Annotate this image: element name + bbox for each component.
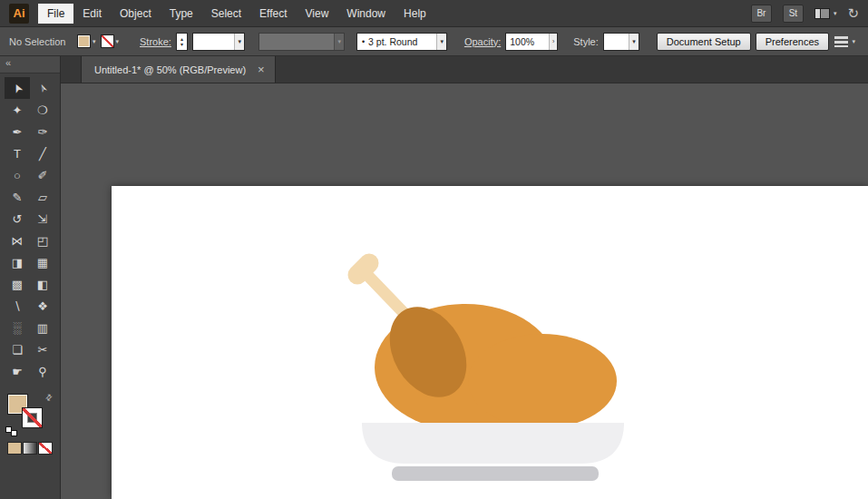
- sync-settings-icon[interactable]: ↻: [847, 5, 859, 22]
- menu-item-select[interactable]: Select: [202, 4, 250, 24]
- style-combo[interactable]: ▾: [603, 33, 639, 51]
- stepper-down-icon[interactable]: ▾: [180, 42, 183, 47]
- none-mode-button[interactable]: [38, 442, 53, 455]
- scale-tool[interactable]: ⇲: [30, 208, 55, 230]
- zoom-tool-icon: ⚲: [38, 365, 47, 378]
- menu-item-object[interactable]: Object: [111, 4, 161, 24]
- line-segment-tool[interactable]: ╱: [30, 142, 55, 164]
- gradient-mode-button[interactable]: [23, 442, 37, 455]
- artboard[interactable]: [112, 186, 868, 499]
- workspace-switcher[interactable]: ▾: [814, 8, 837, 19]
- symbol-sprayer-tool[interactable]: ░: [5, 317, 30, 338]
- chevron-down-icon: ▾: [116, 38, 120, 44]
- width-tool-icon: ⋈: [12, 234, 24, 248]
- pen-tool-icon: ✒: [13, 125, 23, 139]
- artboard-tool-icon: ❏: [12, 343, 23, 357]
- panel-dock-control[interactable]: ▾: [834, 36, 859, 47]
- align-panel-icon: [834, 36, 848, 47]
- pen-tool[interactable]: ✒: [5, 121, 30, 142]
- menu-item-view[interactable]: View: [297, 4, 338, 24]
- menu-item-type[interactable]: Type: [161, 4, 202, 24]
- menu-item-file[interactable]: File: [38, 4, 73, 24]
- paintbrush-tool[interactable]: ✐: [30, 164, 55, 186]
- column-graph-tool-icon: ▥: [37, 321, 48, 335]
- plate[interactable]: [362, 423, 624, 464]
- document-tab[interactable]: Untitled-1* @ 50% (RGB/Preview) ×: [81, 56, 276, 83]
- opacity-label[interactable]: Opacity:: [464, 36, 501, 47]
- brush-definition-combo[interactable]: • 3 pt. Round ▾: [356, 33, 447, 51]
- close-icon[interactable]: ×: [258, 64, 265, 75]
- turkey-breast[interactable]: [468, 334, 617, 428]
- curvature-tool[interactable]: ✑: [30, 121, 55, 142]
- line-segment-tool-icon: ╱: [39, 147, 46, 161]
- free-transform-tool[interactable]: ◰: [30, 230, 55, 251]
- magic-wand-tool[interactable]: ✦: [5, 99, 30, 121]
- swap-fill-stroke-icon[interactable]: ⇄: [44, 392, 54, 403]
- turkey-illustration[interactable]: [112, 186, 868, 499]
- bridge-button[interactable]: Br: [751, 5, 772, 23]
- selection-tool[interactable]: ➤: [5, 77, 30, 99]
- brush-definition-value: 3 pt. Round: [365, 36, 436, 47]
- slice-tool-icon: ✂: [38, 343, 48, 357]
- lasso-tool[interactable]: ❍: [30, 99, 55, 121]
- eyedropper-tool[interactable]: ∖: [5, 295, 30, 317]
- width-tool[interactable]: ⋈: [5, 230, 30, 251]
- illustrator-logo-text: Ai: [14, 6, 25, 20]
- gradient-tool[interactable]: ◧: [30, 273, 55, 295]
- default-stroke-mini: [11, 430, 17, 436]
- stroke-color-box[interactable]: [22, 407, 43, 428]
- opacity-combo[interactable]: 100% ›: [505, 33, 558, 51]
- menu-item-window[interactable]: Window: [337, 4, 395, 24]
- menu-item-edit[interactable]: Edit: [73, 4, 111, 24]
- fill-color-control[interactable]: ▾: [77, 34, 96, 48]
- stroke-weight-combo[interactable]: ▾: [192, 33, 245, 51]
- zoom-tool[interactable]: ⚲: [30, 360, 55, 382]
- tools-grid: ➤➢✦❍✒✑T╱○✐✎▱↺⇲⋈◰◨▦▩◧∖❖░▥❏✂☛⚲: [0, 73, 60, 382]
- tools-panel-header[interactable]: «: [0, 56, 60, 73]
- ellipse-tool[interactable]: ○: [5, 164, 30, 186]
- hand-tool[interactable]: ☛: [5, 360, 30, 382]
- blend-tool[interactable]: ❖: [30, 295, 55, 317]
- chevron-right-icon: ›: [549, 34, 557, 50]
- direct-selection-tool-icon: ➢: [34, 81, 51, 95]
- document-setup-button[interactable]: Document Setup: [657, 33, 751, 51]
- canvas[interactable]: [61, 83, 868, 499]
- column-graph-tool[interactable]: ▥: [30, 317, 55, 338]
- artboard-tool[interactable]: ❏: [5, 338, 30, 360]
- direct-selection-tool[interactable]: ➢: [30, 77, 55, 99]
- eraser-tool[interactable]: ▱: [30, 186, 55, 208]
- menu-bar: Ai FileEditObjectTypeSelectEffectViewWin…: [0, 0, 868, 27]
- stock-button[interactable]: St: [783, 5, 804, 23]
- pencil-tool[interactable]: ✎: [5, 186, 30, 208]
- perspective-grid-tool[interactable]: ▦: [30, 251, 55, 273]
- style-label[interactable]: Style:: [573, 36, 599, 47]
- stroke-weight-label[interactable]: Stroke:: [140, 36, 171, 47]
- main-area: « ➤➢✦❍✒✑T╱○✐✎▱↺⇲⋈◰◨▦▩◧∖❖░▥❏✂☛⚲ ⇄ Untitle…: [0, 56, 868, 499]
- stroke-color-control[interactable]: ▾: [101, 34, 120, 48]
- fill-swatch[interactable]: [77, 34, 91, 48]
- menu-item-effect[interactable]: Effect: [250, 4, 296, 24]
- color-mode-buttons: [0, 442, 60, 455]
- hand-tool-icon: ☛: [12, 365, 23, 378]
- collapse-panel-icon[interactable]: «: [5, 57, 11, 68]
- eyedropper-tool-icon: ∖: [14, 299, 21, 313]
- type-tool[interactable]: T: [5, 142, 30, 164]
- none-slash-icon: [39, 443, 52, 454]
- default-fill-stroke-icon[interactable]: [5, 426, 17, 436]
- plate-base[interactable]: [392, 466, 599, 481]
- preferences-button[interactable]: Preferences: [756, 33, 829, 51]
- color-mode-button[interactable]: [7, 442, 22, 455]
- stroke-swatch[interactable]: [101, 34, 114, 48]
- chevron-down-icon: ▾: [234, 34, 244, 50]
- stroke-weight-stepper[interactable]: ▴ ▾: [176, 33, 188, 51]
- document-area: Untitled-1* @ 50% (RGB/Preview) ×: [61, 56, 868, 499]
- lasso-tool-icon: ❍: [37, 103, 48, 117]
- slice-tool[interactable]: ✂: [30, 338, 55, 360]
- mesh-tool-icon: ▩: [12, 278, 23, 291]
- blend-tool-icon: ❖: [37, 299, 48, 313]
- shape-builder-tool[interactable]: ◨: [5, 251, 30, 273]
- menu-item-help[interactable]: Help: [395, 4, 435, 24]
- mesh-tool[interactable]: ▩: [5, 273, 30, 295]
- rotate-tool[interactable]: ↺: [5, 208, 30, 230]
- paintbrush-tool-icon: ✐: [38, 169, 48, 182]
